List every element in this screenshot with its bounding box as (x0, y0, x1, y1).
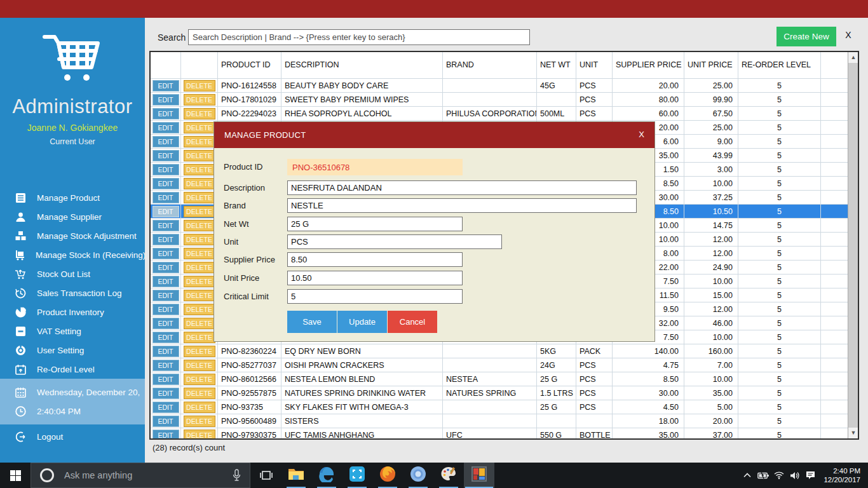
scroll-up-icon[interactable]: ▲ (848, 52, 858, 63)
unit-field[interactable] (287, 234, 502, 249)
sidebar-item-manage-stock-in-receiving[interactable]: Manage Stock In (Receiving) (0, 245, 145, 264)
sidebar-item-re-ordel-level[interactable]: Re-Ordel Level (0, 360, 145, 379)
delete-button[interactable]: DELETE (184, 318, 215, 329)
taskbar-app-firefox-icon[interactable] (372, 463, 403, 488)
table-row[interactable]: EDITDELETEPNO-86012566NESTEA LEMON BLEND… (151, 372, 850, 386)
battery-icon[interactable] (755, 463, 771, 488)
wifi-icon[interactable] (771, 463, 787, 488)
edit-button[interactable]: EDIT (153, 220, 179, 231)
delete-button[interactable]: DELETE (184, 374, 215, 385)
edit-button[interactable]: EDIT (153, 80, 179, 92)
update-button[interactable]: Update (337, 311, 387, 333)
edit-button[interactable]: EDIT (153, 346, 179, 357)
edit-button[interactable]: EDIT (153, 248, 179, 259)
action-center-icon[interactable] (803, 463, 818, 488)
edit-button[interactable]: EDIT (153, 192, 179, 203)
table-row[interactable]: EDITDELETEPNO-16124558BEAUTY BABY BODY C… (151, 79, 850, 93)
edit-button[interactable]: EDIT (153, 388, 179, 399)
edit-button[interactable]: EDIT (153, 374, 179, 385)
taskbar-app-snip-icon[interactable] (342, 463, 372, 488)
supplier-price-field[interactable] (287, 252, 463, 267)
create-new-button[interactable]: Create New (776, 27, 836, 46)
search-input[interactable] (188, 29, 530, 45)
sidebar-item-vat-setting[interactable]: VAT Setting (0, 322, 145, 341)
delete-button[interactable]: DELETE (184, 416, 215, 427)
edit-button[interactable]: EDIT (153, 318, 179, 329)
sidebar-item-logout[interactable]: Logout (0, 427, 145, 446)
taskbar-app-chromium-icon[interactable] (403, 463, 433, 488)
chevron-up-icon[interactable] (739, 463, 755, 488)
taskbar-search[interactable]: Ask me anything (31, 463, 250, 488)
edit-button[interactable]: EDIT (153, 164, 179, 175)
brand-field[interactable] (287, 198, 637, 213)
sidebar-item-product-inventory[interactable]: Product Inventory (0, 302, 145, 322)
delete-button[interactable]: DELETE (184, 360, 215, 371)
table-scrollbar[interactable]: ▲ ▼ (848, 52, 858, 438)
delete-button[interactable]: DELETE (184, 276, 215, 287)
description-field[interactable] (287, 180, 637, 195)
delete-button[interactable]: DELETE (184, 206, 215, 217)
task-view-icon[interactable] (253, 463, 280, 488)
table-row[interactable]: EDITDELETEPNO-17801029SWEETY BABY PREMIU… (151, 93, 850, 107)
taskbar-app-folder-icon[interactable] (281, 463, 311, 488)
delete-button[interactable]: DELETE (184, 164, 215, 175)
edit-button[interactable]: EDIT (153, 206, 179, 217)
sidebar-item-sales-transaction-log[interactable]: Sales Transaction Log (0, 283, 145, 302)
edit-button[interactable]: EDIT (153, 290, 179, 301)
edit-button[interactable]: EDIT (153, 360, 179, 371)
sidebar-item-stock-out-list[interactable]: Stock Out List (0, 264, 145, 283)
delete-button[interactable]: DELETE (184, 388, 215, 399)
edit-button[interactable]: EDIT (153, 304, 179, 315)
sidebar-item-current-time[interactable]: 2:40:04 PM (0, 402, 145, 421)
table-row[interactable]: EDITDELETEPNO-92557875NATURES SPRING DRI… (151, 386, 850, 400)
delete-button[interactable]: DELETE (184, 150, 215, 161)
delete-button[interactable]: DELETE (184, 234, 215, 245)
delete-button[interactable]: DELETE (184, 220, 215, 231)
edit-button[interactable]: EDIT (153, 332, 179, 343)
microphone-icon[interactable] (233, 469, 241, 482)
sidebar-item-manage-supplier[interactable]: Manage Supplier (0, 207, 145, 226)
edit-button[interactable]: EDIT (153, 416, 179, 427)
delete-button[interactable]: DELETE (184, 178, 215, 189)
edit-button[interactable]: EDIT (153, 402, 179, 413)
edit-button[interactable]: EDIT (153, 430, 179, 440)
delete-button[interactable]: DELETE (184, 94, 215, 105)
table-row[interactable]: EDITDELETEPNO-85277037OISHI PRAWN CRACKE… (151, 358, 850, 372)
delete-button[interactable]: DELETE (184, 430, 215, 440)
delete-button[interactable]: DELETE (184, 290, 215, 301)
delete-button[interactable]: DELETE (184, 108, 215, 119)
start-button[interactable] (0, 463, 31, 488)
sidebar-item-current-date[interactable]: Wednesday, December 20, (0, 383, 145, 402)
edit-button[interactable]: EDIT (153, 276, 179, 287)
delete-button[interactable]: DELETE (184, 304, 215, 315)
edit-button[interactable]: EDIT (153, 108, 179, 119)
edit-button[interactable]: EDIT (153, 150, 179, 161)
edit-button[interactable]: EDIT (153, 262, 179, 273)
table-row[interactable]: EDITDELETEPNO-97930375UFC TAMIS ANHGHANG… (151, 428, 850, 440)
dialog-close-button[interactable]: X (639, 130, 644, 139)
volume-icon[interactable] (787, 463, 803, 488)
critical-limit-field[interactable] (287, 289, 463, 304)
edit-button[interactable]: EDIT (153, 234, 179, 245)
delete-button[interactable]: DELETE (184, 346, 215, 357)
sidebar-item-manage-product[interactable]: Manage Product (0, 188, 145, 207)
delete-button[interactable]: DELETE (184, 248, 215, 259)
sidebar-item-user-setting[interactable]: User Setting (0, 341, 145, 360)
edit-button[interactable]: EDIT (153, 94, 179, 105)
delete-button[interactable]: DELETE (184, 136, 215, 147)
net-wt-field[interactable] (287, 217, 463, 231)
delete-button[interactable]: DELETE (184, 192, 215, 203)
delete-button[interactable]: DELETE (184, 80, 215, 92)
taskbar-app-winforms-app-icon[interactable] (464, 463, 494, 488)
panel-close-button[interactable]: X (843, 30, 854, 43)
cancel-button[interactable]: Cancel (388, 311, 437, 333)
edit-button[interactable]: EDIT (153, 122, 179, 133)
delete-button[interactable]: DELETE (184, 332, 215, 343)
taskbar-clock[interactable]: 2:40 PM 12/20/2017 (824, 466, 860, 484)
delete-button[interactable]: DELETE (184, 262, 215, 273)
edit-button[interactable]: EDIT (153, 136, 179, 147)
taskbar-app-edge-icon[interactable] (311, 463, 342, 488)
sidebar-item-manage-stock-adjustment[interactable]: Manage Stock Adjustment (0, 226, 145, 245)
table-row[interactable]: EDITDELETEPNO-95600489SISTERS18.0020.005 (151, 414, 850, 428)
delete-button[interactable]: DELETE (184, 122, 215, 133)
